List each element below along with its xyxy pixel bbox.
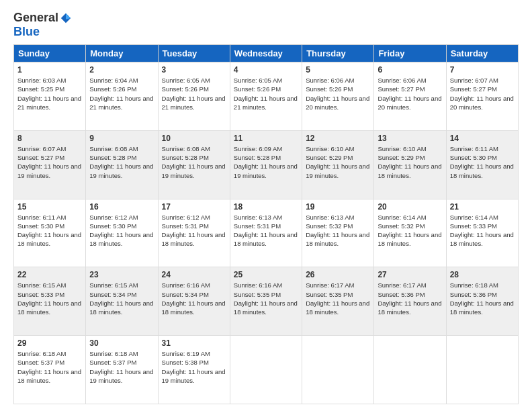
calendar-row: 8Sunrise: 6:07 AM Sunset: 5:27 PM Daylig… — [14, 130, 519, 199]
calendar-cell: 15Sunrise: 6:11 AM Sunset: 5:30 PM Dayli… — [14, 199, 86, 267]
day-info: Sunrise: 6:15 AM Sunset: 5:34 PM Dayligh… — [89, 281, 154, 316]
header-row: Sunday Monday Tuesday Wednesday Thursday… — [14, 45, 519, 62]
day-number: 22 — [17, 270, 82, 279]
day-info: Sunrise: 6:17 AM Sunset: 5:36 PM Dayligh… — [378, 281, 442, 316]
day-info: Sunrise: 6:12 AM Sunset: 5:30 PM Dayligh… — [89, 213, 154, 248]
day-number: 26 — [306, 270, 370, 279]
calendar-cell: 22Sunrise: 6:15 AM Sunset: 5:33 PM Dayli… — [14, 267, 86, 336]
day-info: Sunrise: 6:14 AM Sunset: 5:33 PM Dayligh… — [450, 213, 515, 248]
day-number: 15 — [17, 202, 82, 212]
day-info: Sunrise: 6:04 AM Sunset: 5:26 PM Dayligh… — [89, 76, 154, 111]
calendar-cell: 14Sunrise: 6:11 AM Sunset: 5:30 PM Dayli… — [446, 130, 518, 199]
calendar-cell: 12Sunrise: 6:10 AM Sunset: 5:29 PM Dayli… — [302, 130, 374, 199]
calendar-cell: 19Sunrise: 6:13 AM Sunset: 5:32 PM Dayli… — [302, 199, 374, 267]
day-number: 5 — [306, 65, 370, 75]
calendar-row: 29Sunrise: 6:18 AM Sunset: 5:37 PM Dayli… — [14, 336, 519, 404]
calendar-cell: 30Sunrise: 6:18 AM Sunset: 5:37 PM Dayli… — [86, 336, 158, 404]
day-number: 4 — [234, 65, 298, 75]
day-info: Sunrise: 6:03 AM Sunset: 5:25 PM Dayligh… — [17, 76, 82, 111]
day-info: Sunrise: 6:06 AM Sunset: 5:27 PM Dayligh… — [378, 76, 442, 111]
day-number: 6 — [378, 65, 442, 75]
day-number: 28 — [450, 270, 515, 279]
calendar-cell — [446, 336, 518, 404]
calendar-row: 15Sunrise: 6:11 AM Sunset: 5:30 PM Dayli… — [14, 199, 519, 267]
day-number: 29 — [17, 338, 82, 348]
calendar-cell: 5Sunrise: 6:06 AM Sunset: 5:26 PM Daylig… — [302, 62, 374, 131]
calendar-cell: 16Sunrise: 6:12 AM Sunset: 5:30 PM Dayli… — [86, 199, 158, 267]
day-number: 31 — [162, 338, 226, 348]
calendar-cell: 20Sunrise: 6:14 AM Sunset: 5:32 PM Dayli… — [374, 199, 446, 267]
logo-general-text: General — [13, 11, 58, 25]
day-number: 24 — [162, 270, 226, 279]
day-number: 1 — [17, 65, 82, 75]
day-info: Sunrise: 6:18 AM Sunset: 5:37 PM Dayligh… — [89, 349, 154, 385]
calendar-cell: 21Sunrise: 6:14 AM Sunset: 5:33 PM Dayli… — [446, 199, 518, 267]
logo: General Blue — [13, 11, 72, 39]
calendar-cell: 28Sunrise: 6:18 AM Sunset: 5:36 PM Dayli… — [446, 267, 518, 336]
calendar-cell: 27Sunrise: 6:17 AM Sunset: 5:36 PM Dayli… — [374, 267, 446, 336]
calendar-cell: 25Sunrise: 6:16 AM Sunset: 5:35 PM Dayli… — [230, 267, 302, 336]
calendar-table: Sunday Monday Tuesday Wednesday Thursday… — [13, 44, 519, 404]
calendar-cell — [230, 336, 302, 404]
day-info: Sunrise: 6:07 AM Sunset: 5:27 PM Dayligh… — [450, 76, 515, 111]
calendar-cell: 29Sunrise: 6:18 AM Sunset: 5:37 PM Dayli… — [14, 336, 86, 404]
day-number: 17 — [162, 202, 226, 212]
col-wednesday: Wednesday — [230, 45, 302, 62]
day-info: Sunrise: 6:05 AM Sunset: 5:26 PM Dayligh… — [162, 76, 226, 111]
day-info: Sunrise: 6:08 AM Sunset: 5:28 PM Dayligh… — [162, 144, 226, 180]
calendar-cell — [302, 336, 374, 404]
day-number: 23 — [89, 270, 154, 279]
day-number: 30 — [89, 338, 154, 348]
day-number: 21 — [450, 202, 515, 212]
col-tuesday: Tuesday — [158, 45, 230, 62]
day-info: Sunrise: 6:08 AM Sunset: 5:28 PM Dayligh… — [89, 144, 154, 180]
calendar-cell — [374, 336, 446, 404]
day-info: Sunrise: 6:05 AM Sunset: 5:26 PM Dayligh… — [234, 76, 298, 111]
day-info: Sunrise: 6:10 AM Sunset: 5:29 PM Dayligh… — [306, 144, 370, 180]
day-info: Sunrise: 6:16 AM Sunset: 5:35 PM Dayligh… — [234, 281, 298, 316]
day-info: Sunrise: 6:07 AM Sunset: 5:27 PM Dayligh… — [17, 144, 82, 180]
calendar-cell: 23Sunrise: 6:15 AM Sunset: 5:34 PM Dayli… — [86, 267, 158, 336]
calendar-row: 22Sunrise: 6:15 AM Sunset: 5:33 PM Dayli… — [14, 267, 519, 336]
calendar-cell: 10Sunrise: 6:08 AM Sunset: 5:28 PM Dayli… — [158, 130, 230, 199]
calendar-cell: 17Sunrise: 6:12 AM Sunset: 5:31 PM Dayli… — [158, 199, 230, 267]
col-saturday: Saturday — [446, 45, 518, 62]
day-info: Sunrise: 6:15 AM Sunset: 5:33 PM Dayligh… — [17, 281, 82, 316]
calendar-cell: 7Sunrise: 6:07 AM Sunset: 5:27 PM Daylig… — [446, 62, 518, 131]
calendar-cell: 6Sunrise: 6:06 AM Sunset: 5:27 PM Daylig… — [374, 62, 446, 131]
calendar-cell: 11Sunrise: 6:09 AM Sunset: 5:28 PM Dayli… — [230, 130, 302, 199]
day-number: 25 — [234, 270, 298, 279]
day-info: Sunrise: 6:19 AM Sunset: 5:38 PM Dayligh… — [162, 349, 226, 385]
day-number: 20 — [378, 202, 442, 212]
day-number: 7 — [450, 65, 515, 75]
day-info: Sunrise: 6:10 AM Sunset: 5:29 PM Dayligh… — [378, 144, 442, 180]
day-info: Sunrise: 6:12 AM Sunset: 5:31 PM Dayligh… — [162, 213, 226, 248]
calendar-cell: 3Sunrise: 6:05 AM Sunset: 5:26 PM Daylig… — [158, 62, 230, 131]
day-number: 27 — [378, 270, 442, 279]
day-number: 2 — [89, 65, 154, 75]
calendar-cell: 24Sunrise: 6:16 AM Sunset: 5:34 PM Dayli… — [158, 267, 230, 336]
col-sunday: Sunday — [14, 45, 86, 62]
day-number: 14 — [450, 134, 515, 143]
day-number: 13 — [378, 134, 442, 143]
col-monday: Monday — [86, 45, 158, 62]
day-info: Sunrise: 6:17 AM Sunset: 5:35 PM Dayligh… — [306, 281, 370, 316]
calendar-page: General Blue Sunday Monday Tuesday Wedne… — [0, 0, 532, 411]
day-number: 18 — [234, 202, 298, 212]
calendar-cell: 2Sunrise: 6:04 AM Sunset: 5:26 PM Daylig… — [86, 62, 158, 131]
day-info: Sunrise: 6:11 AM Sunset: 5:30 PM Dayligh… — [450, 144, 515, 180]
calendar-cell: 1Sunrise: 6:03 AM Sunset: 5:25 PM Daylig… — [14, 62, 86, 131]
day-info: Sunrise: 6:18 AM Sunset: 5:37 PM Dayligh… — [17, 349, 82, 385]
calendar-cell: 18Sunrise: 6:13 AM Sunset: 5:31 PM Dayli… — [230, 199, 302, 267]
day-info: Sunrise: 6:14 AM Sunset: 5:32 PM Dayligh… — [378, 213, 442, 248]
day-number: 8 — [17, 134, 82, 143]
day-info: Sunrise: 6:16 AM Sunset: 5:34 PM Dayligh… — [162, 281, 226, 316]
day-info: Sunrise: 6:13 AM Sunset: 5:32 PM Dayligh… — [306, 213, 370, 248]
day-info: Sunrise: 6:11 AM Sunset: 5:30 PM Dayligh… — [17, 213, 82, 248]
col-friday: Friday — [374, 45, 446, 62]
calendar-cell: 26Sunrise: 6:17 AM Sunset: 5:35 PM Dayli… — [302, 267, 374, 336]
day-number: 10 — [162, 134, 226, 143]
day-info: Sunrise: 6:18 AM Sunset: 5:36 PM Dayligh… — [450, 281, 515, 316]
logo-blue-text: Blue — [13, 25, 40, 39]
day-number: 16 — [89, 202, 154, 212]
